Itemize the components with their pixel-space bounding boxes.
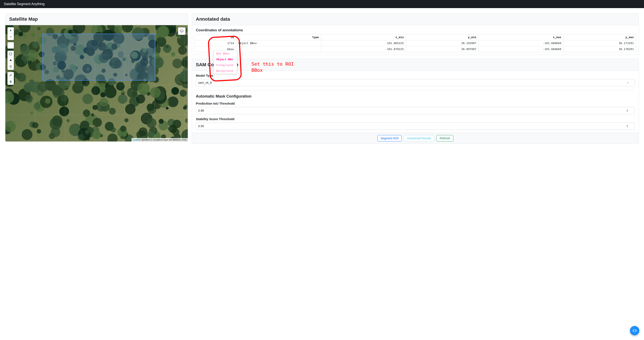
stability-threshold-label: Stability Score Threshold [196,117,635,121]
stepper-icon[interactable]: ▲▼ [626,124,628,128]
annotated-panel-title: Annotated data [192,14,639,25]
iou-threshold-label: Predicition IoU Threshold [196,102,635,105]
svg-rect-0 [10,52,12,55]
col-ymin: y_min [406,34,478,40]
dropdown-option[interactable]: Object BBo [214,56,237,62]
zoom-in-button[interactable]: + [8,27,14,34]
svg-rect-1 [10,60,12,61]
type-dropdown-menu[interactable]: ROI BBoxObject BBoForegroundBackground [214,50,237,74]
chevron-down-icon: ▾ [627,82,628,84]
coordinates-subhead: Coordinates of annotations [192,25,639,34]
draw-rectangle-button[interactable] [8,51,14,57]
delete-layers-button[interactable] [8,78,14,85]
draw-marker-button[interactable] [8,64,14,70]
stability-threshold-input[interactable]: 0.95 ▲▼ [196,122,635,130]
auto-mask-header: Automatic Mask Configuration [196,94,635,99]
segment-roi-button[interactable]: Segment ROI [378,135,402,142]
stepper-icon[interactable]: ▲▼ [626,109,628,112]
draw-square-button[interactable] [8,57,14,64]
svg-point-2 [10,66,11,67]
iou-threshold-input[interactable]: 0.88 ▲▼ [196,107,635,114]
dropdown-option[interactable]: ROI BBox [214,51,237,56]
map-attribution: Leaflet | Sentinel-2 cloudless layer for… [132,138,188,142]
leaflet-link[interactable]: Leaflet [133,138,140,141]
map-canvas[interactable]: // placeholder — real drawing done after… [5,25,188,142]
table-row[interactable]: bbox -101.870225 36.097907 -101.684669 3… [195,46,636,52]
col-xmax: x_max [479,34,564,40]
hand-annotation-text: Set this to ROI BBox [252,61,302,73]
annotated-data-panel: Annotated data Coordinates of annotation… [192,13,639,55]
layers-control-button[interactable] [178,27,186,35]
col-ymax: y_max [564,34,636,40]
model-type-select[interactable]: sam_vit_b ▾ [196,79,635,86]
action-footer: Segment ROI Download Results Refresh [192,133,639,144]
refresh-button[interactable]: Refresh [436,135,453,142]
type-cell[interactable]: Object BBox [236,40,321,46]
edit-layers-button[interactable] [8,72,14,78]
roi-selection-box[interactable] [42,34,155,80]
download-results-button[interactable]: Download Results [404,135,434,142]
divider [196,90,635,90]
app-title: Satellite Segment Anything [4,2,44,6]
table-row[interactable]: 1714 Object BBox -101.865225 36.102907 -… [195,40,636,46]
zoom-out-button[interactable]: − [8,34,14,40]
dropdown-option[interactable]: Background [214,68,237,74]
model-type-label: Model Type [196,74,635,77]
map-home-button[interactable] [8,42,14,48]
dropdown-option[interactable]: Foreground [214,62,237,68]
annotations-table: id type x_min y_min x_max y_max 1714 Obj… [194,34,636,52]
col-type: type [236,34,321,40]
app-title-bar: Satellite Segment Anything [0,0,644,8]
col-xmin: x_min [321,34,406,40]
map-panel-title: Satellite Map [5,14,188,25]
type-cell[interactable] [236,46,321,52]
satellite-map-panel: Satellite Map // placeholder — real draw… [5,13,188,142]
